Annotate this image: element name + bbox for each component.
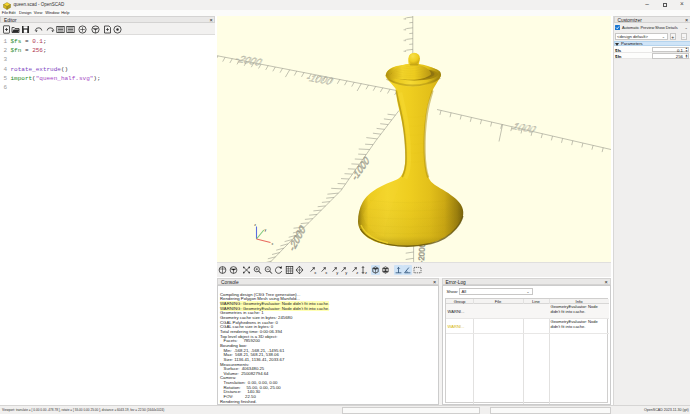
svg-text:y: y <box>336 270 338 275</box>
svg-text:z: z <box>356 270 358 275</box>
svg-text:y: y <box>265 228 267 232</box>
svg-text:z: z <box>365 270 367 275</box>
svg-text:1000: 1000 <box>510 120 539 134</box>
svg-text:y: y <box>345 270 347 275</box>
svg-text:-1000: -1000 <box>304 71 337 85</box>
svg-text:x: x <box>325 270 327 275</box>
svg-text:z: z <box>254 222 256 226</box>
svg-text:-1000: -1000 <box>350 153 371 183</box>
svg-text:x: x <box>272 242 274 246</box>
svg-text:x: x <box>315 270 317 275</box>
